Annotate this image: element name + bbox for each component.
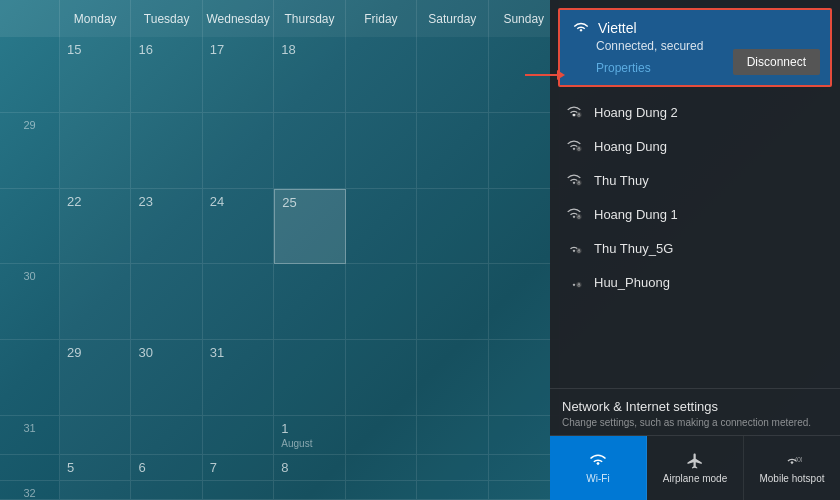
cal-cell-sat5[interactable]: [417, 340, 488, 416]
connected-network-name: Viettel: [572, 20, 818, 36]
cal-cell-sat2[interactable]: [417, 113, 488, 189]
cal-cell-thu1[interactable]: 18: [274, 37, 345, 113]
cal-cell-tue1[interactable]: 16: [131, 37, 202, 113]
cal-cell-sat7[interactable]: [417, 455, 488, 481]
cal-cell-tue7[interactable]: 6: [131, 455, 202, 481]
network-name-4: Hoang Dung 1: [594, 207, 678, 222]
week-col-header: [0, 0, 60, 37]
cal-cell-wed3[interactable]: 24: [203, 189, 274, 265]
calendar-body: 15 16 17 18 29 22 23 24 25 30: [0, 37, 560, 500]
network-item-hoangdung1[interactable]: Hoang Dung 1: [554, 197, 836, 231]
week-num-29: 29: [0, 113, 60, 189]
monday-header: Monday: [60, 0, 131, 37]
thursday-header: Thursday: [274, 0, 345, 37]
cal-cell-wed7[interactable]: 7: [203, 455, 274, 481]
network-item-huuphuong[interactable]: Huu_Phuong: [554, 265, 836, 299]
network-item-hoangdung[interactable]: Hoang Dung: [554, 129, 836, 163]
week-num-31: 31: [0, 416, 60, 455]
wifi-secured-icon-2: [564, 138, 584, 154]
wifi-quick-icon: [587, 452, 609, 470]
cal-cell-sat8[interactable]: [417, 481, 488, 500]
svg-text:(()): (()): [795, 456, 802, 462]
cal-cell-fri4[interactable]: [346, 264, 417, 340]
cal-cell-tue2[interactable]: [131, 113, 202, 189]
svg-marker-1: [557, 70, 565, 80]
network-name-6: Huu_Phuong: [594, 275, 670, 290]
cal-cell-sat6[interactable]: [417, 416, 488, 455]
network-settings-title[interactable]: Network & Internet settings: [562, 399, 828, 414]
cal-cell-sat3[interactable]: [417, 189, 488, 265]
cal-cell-mon4[interactable]: [60, 264, 131, 340]
week-num-1: [0, 37, 60, 113]
network-name-3: Thu Thuy: [594, 173, 649, 188]
cal-cell-thu8[interactable]: [274, 481, 345, 500]
wifi-secured-icon-3: [564, 172, 584, 188]
cal-cell-fri8[interactable]: [346, 481, 417, 500]
wifi-secured-icon-1: [564, 104, 584, 120]
quick-action-airplane[interactable]: Airplane mode: [647, 436, 744, 500]
cal-cell-fri7[interactable]: [346, 455, 417, 481]
cal-cell-fri3[interactable]: [346, 189, 417, 265]
cal-cell-fri5[interactable]: [346, 340, 417, 416]
saturday-header: Saturday: [417, 0, 488, 37]
cal-cell-wed2[interactable]: [203, 113, 274, 189]
cal-cell-mon5[interactable]: 29: [60, 340, 131, 416]
cal-cell-tue3[interactable]: 23: [131, 189, 202, 265]
cal-cell-fri1[interactable]: [346, 37, 417, 113]
network-name-1: Hoang Dung 2: [594, 105, 678, 120]
cal-cell-wed6[interactable]: [203, 416, 274, 455]
wednesday-header: Wednesday: [203, 0, 274, 37]
cal-cell-mon3[interactable]: 22: [60, 189, 131, 265]
week-num-7: [0, 455, 60, 481]
wifi-panel: Viettel Connected, secured Properties Di…: [550, 0, 840, 500]
cal-cell-mon2[interactable]: [60, 113, 131, 189]
cal-cell-wed8[interactable]: [203, 481, 274, 500]
network-item-thuthuy5g[interactable]: Thu Thuy_5G: [554, 231, 836, 265]
hotspot-quick-label: Mobile hotspot: [759, 473, 824, 484]
cal-cell-wed5[interactable]: 31: [203, 340, 274, 416]
cal-cell-tue8[interactable]: [131, 481, 202, 500]
week-num-3: [0, 189, 60, 265]
cal-cell-thu5[interactable]: [274, 340, 345, 416]
cal-cell-mon8[interactable]: [60, 481, 131, 500]
cal-cell-wed1[interactable]: 17: [203, 37, 274, 113]
network-item-hoangdung2[interactable]: Hoang Dung 2: [554, 95, 836, 129]
hotspot-icon: (()): [781, 452, 803, 470]
cal-cell-thu6[interactable]: 1 August: [274, 416, 345, 455]
cal-cell-sat4[interactable]: [417, 264, 488, 340]
disconnect-button[interactable]: Disconnect: [733, 49, 820, 75]
cal-cell-thu7[interactable]: 8: [274, 455, 345, 481]
red-arrow: [525, 68, 565, 82]
cal-cell-thu2[interactable]: [274, 113, 345, 189]
cal-cell-mon6[interactable]: [60, 416, 131, 455]
cal-cell-tue6[interactable]: [131, 416, 202, 455]
cal-cell-fri6[interactable]: [346, 416, 417, 455]
cal-cell-mon7[interactable]: 5: [60, 455, 131, 481]
cal-cell-thu3[interactable]: 25: [274, 189, 345, 265]
network-item-thuthuy[interactable]: Thu Thuy: [554, 163, 836, 197]
cal-cell-sat1[interactable]: [417, 37, 488, 113]
friday-header: Friday: [346, 0, 417, 37]
cal-cell-tue4[interactable]: [131, 264, 202, 340]
cal-cell-fri2[interactable]: [346, 113, 417, 189]
week-num-30: 30: [0, 264, 60, 340]
airplane-quick-label: Airplane mode: [663, 473, 727, 484]
quick-action-hotspot[interactable]: (()) Mobile hotspot: [744, 436, 840, 500]
week-num-32: 32: [0, 481, 60, 500]
calendar-header: Monday Tuesday Wednesday Thursday Friday…: [0, 0, 560, 37]
network-name-5: Thu Thuy_5G: [594, 241, 673, 256]
network-settings-desc: Change settings, such as making a connec…: [562, 416, 828, 429]
connected-network-box: Viettel Connected, secured Properties Di…: [558, 8, 832, 87]
cal-cell-wed4[interactable]: [203, 264, 274, 340]
wifi-secured-icon-5: [564, 240, 584, 256]
network-name-2: Hoang Dung: [594, 139, 667, 154]
network-settings-section: Network & Internet settings Change setti…: [550, 388, 840, 435]
quick-actions-bar: Wi-Fi Airplane mode (()) Mobile hotspot: [550, 435, 840, 500]
quick-action-wifi[interactable]: Wi-Fi: [550, 436, 647, 500]
cal-cell-mon1[interactable]: 15: [60, 37, 131, 113]
cal-cell-tue5[interactable]: 30: [131, 340, 202, 416]
wifi-connected-icon: [572, 21, 590, 35]
wifi-secured-icon-6: [564, 274, 584, 290]
network-list: Hoang Dung 2 Hoang Dung: [550, 95, 840, 388]
cal-cell-thu4[interactable]: [274, 264, 345, 340]
